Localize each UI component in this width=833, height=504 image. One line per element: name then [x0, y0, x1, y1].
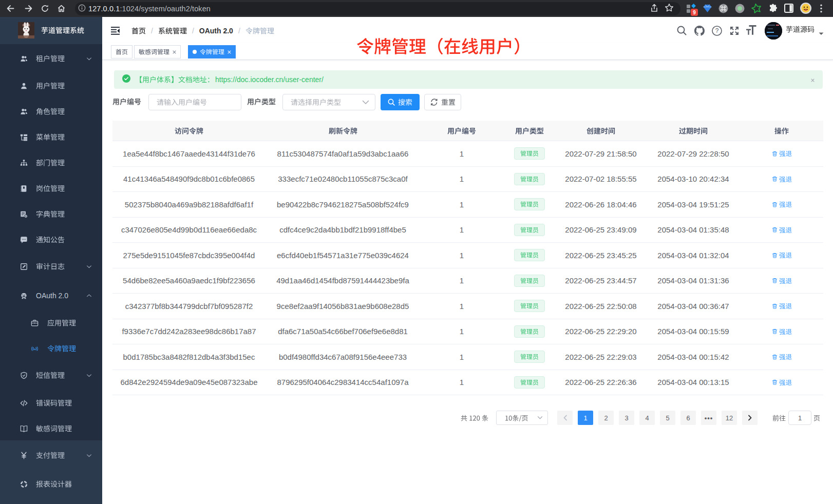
- svg-text:a: a: [34, 346, 36, 350]
- svg-text:?: ?: [715, 27, 719, 34]
